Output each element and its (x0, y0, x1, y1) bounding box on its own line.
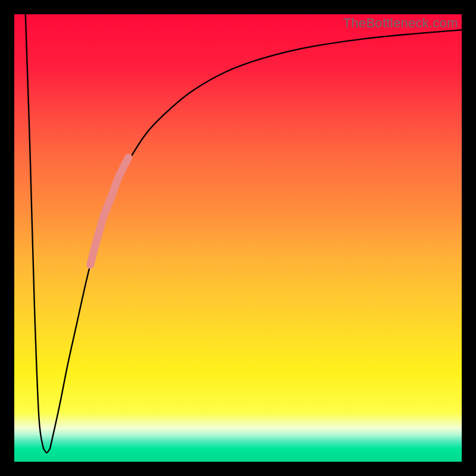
chart-frame: TheBottleneck.com (14, 14, 462, 462)
bottleneck-curve-left-path (26, 14, 43, 448)
bottleneck-valley-path (43, 448, 50, 453)
chart-svg (14, 14, 462, 462)
highlight-dot (103, 205, 111, 213)
curve-layer (26, 14, 462, 453)
highlight-dot (106, 196, 114, 204)
bottleneck-curve-right-path (50, 30, 462, 448)
highlight-layer (90, 158, 129, 265)
